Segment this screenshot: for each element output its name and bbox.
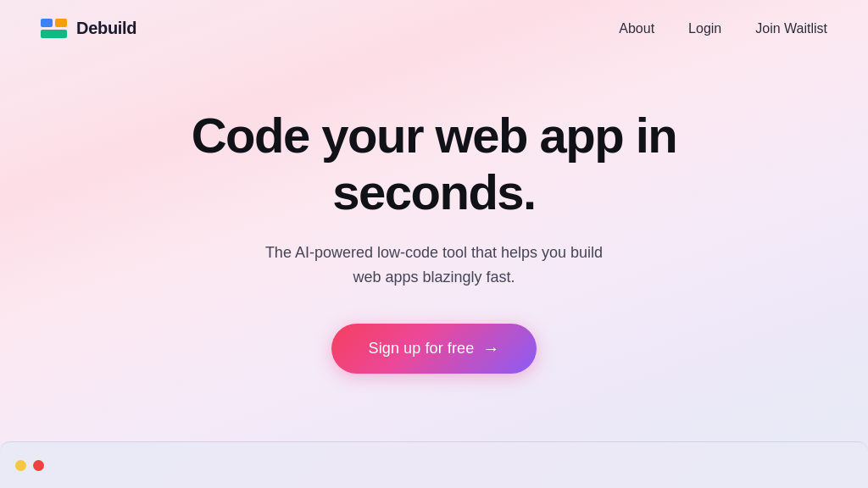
arrow-icon: → — [482, 339, 499, 358]
signup-button[interactable]: Sign up for free → — [331, 324, 537, 374]
nav-about[interactable]: About — [619, 21, 654, 36]
logo-text: Debuild — [76, 19, 136, 38]
hero-subtitle: The AI-powered low-code tool that helps … — [256, 241, 612, 290]
dot-red — [33, 460, 44, 471]
hero-title: Code your web app in seconds. — [137, 108, 731, 220]
dot-yellow — [15, 460, 26, 471]
bottom-bar — [0, 441, 868, 488]
hero-section: Code your web app in seconds. The AI-pow… — [0, 57, 868, 408]
main-nav: About Login Join Waitlist — [619, 21, 827, 36]
signup-button-label: Sign up for free — [369, 340, 475, 358]
logo[interactable]: Debuild — [41, 19, 136, 38]
logo-icon — [41, 19, 68, 38]
nav-join-waitlist[interactable]: Join Waitlist — [755, 21, 827, 36]
nav-login[interactable]: Login — [688, 21, 721, 36]
